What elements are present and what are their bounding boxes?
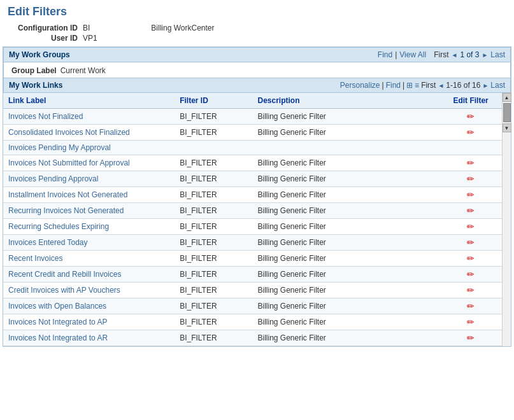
cell-link-label[interactable]: Invoices Pending Approval	[3, 171, 175, 187]
cell-filter-id: BI_FILTER	[175, 155, 252, 171]
table-row: Recurring Schedules ExpiringBI_FILTERBil…	[3, 219, 502, 235]
find-link[interactable]: Find	[378, 50, 392, 59]
work-groups-next[interactable]: ►	[482, 52, 488, 59]
edit-icon[interactable]: ✏	[467, 158, 475, 168]
work-groups-prev[interactable]: ◄	[451, 52, 457, 59]
cell-link-label[interactable]: Invoices Pending My Approval	[3, 141, 175, 155]
user-id-value: VP1	[83, 34, 97, 43]
config-id-label: Configuration ID	[8, 24, 78, 32]
cell-link-label[interactable]: Invoices Not Integrated to AR	[3, 330, 175, 346]
work-groups-last-link[interactable]: Last	[490, 50, 505, 59]
cell-link-label[interactable]: Recent Credit and Rebill Invoices	[3, 267, 175, 283]
work-groups-page-info: 1 of 3	[460, 50, 479, 59]
col-edit-filter: Edit Filter	[439, 93, 502, 109]
cell-filter-id: BI_FILTER	[175, 314, 252, 330]
cell-description: Billing Generic Filter	[253, 109, 440, 125]
mwl-grid-icon[interactable]: ⊞	[406, 81, 413, 90]
cell-edit-filter[interactable]: ✏	[439, 267, 502, 283]
group-label-key: Group Label	[11, 66, 57, 75]
scroll-up-btn[interactable]: ▲	[503, 93, 511, 102]
cell-edit-filter[interactable]: ✏	[439, 187, 502, 203]
cell-filter-id	[175, 141, 252, 155]
cell-description: Billing Generic Filter	[253, 171, 440, 187]
cell-filter-id: BI_FILTER	[175, 283, 252, 298]
cell-filter-id: BI_FILTER	[175, 219, 252, 235]
cell-filter-id: BI_FILTER	[175, 298, 252, 314]
cell-link-label[interactable]: Invoices with Open Balances	[3, 298, 175, 314]
edit-icon[interactable]: ✏	[467, 301, 475, 311]
cell-description: Billing Generic Filter	[253, 235, 440, 251]
cell-edit-filter[interactable]: ✏	[439, 155, 502, 171]
cell-description: Billing Generic Filter	[253, 187, 440, 203]
cell-edit-filter[interactable]: ✏	[439, 330, 502, 346]
cell-filter-id: BI_FILTER	[175, 203, 252, 219]
cell-edit-filter[interactable]: ✏	[439, 314, 502, 330]
cell-edit-filter[interactable]: ✏	[439, 283, 502, 298]
table-row: Invoices Not FinalizedBI_FILTERBilling G…	[3, 109, 502, 125]
group-label-value: Current Work	[61, 66, 106, 75]
edit-icon[interactable]: ✏	[467, 285, 475, 295]
cell-link-label[interactable]: Invoices Not Finalized	[3, 109, 175, 125]
cell-description: Billing Generic Filter	[253, 155, 440, 171]
table-row: Recurring Invoices Not GeneratedBI_FILTE…	[3, 203, 502, 219]
cell-edit-filter[interactable]: ✏	[439, 125, 502, 141]
edit-icon[interactable]: ✏	[467, 333, 475, 343]
edit-icon[interactable]: ✏	[467, 174, 475, 184]
table-row: Recent Credit and Rebill InvoicesBI_FILT…	[3, 267, 502, 283]
cell-filter-id: BI_FILTER	[175, 125, 252, 141]
mwl-list-icon[interactable]: ≡	[415, 81, 419, 90]
edit-icon[interactable]: ✏	[467, 221, 475, 232]
cell-link-label[interactable]: Credit Invoices with AP Vouchers	[3, 283, 175, 298]
cell-description: Billing Generic Filter	[253, 267, 440, 283]
cell-edit-filter	[439, 141, 502, 155]
table-row: Invoices Not Integrated to ARBI_FILTERBi…	[3, 330, 502, 346]
edit-icon[interactable]: ✏	[467, 253, 475, 263]
cell-description: Billing Generic Filter	[253, 219, 440, 235]
mwl-find-link[interactable]: Find	[386, 81, 401, 90]
edit-icon[interactable]: ✏	[467, 127, 475, 137]
edit-icon[interactable]: ✏	[467, 269, 475, 279]
cell-link-label[interactable]: Invoices Not Submitted for Approval	[3, 155, 175, 171]
edit-icon[interactable]: ✏	[467, 237, 475, 248]
personalize-link[interactable]: Personalize	[340, 81, 380, 90]
col-filter-id: Filter ID	[175, 93, 252, 109]
table-row: Recent InvoicesBI_FILTERBilling Generic …	[3, 251, 502, 267]
scrollbar[interactable]: ▲ ▼	[502, 93, 511, 346]
table-row: Invoices Not Integrated to APBI_FILTERBi…	[3, 314, 502, 330]
cell-link-label[interactable]: Recurring Schedules Expiring	[3, 219, 175, 235]
cell-edit-filter[interactable]: ✏	[439, 251, 502, 267]
cell-edit-filter[interactable]: ✏	[439, 109, 502, 125]
cell-link-label[interactable]: Recurring Invoices Not Generated	[3, 203, 175, 219]
cell-edit-filter[interactable]: ✏	[439, 203, 502, 219]
cell-filter-id: BI_FILTER	[175, 267, 252, 283]
edit-icon[interactable]: ✏	[467, 317, 475, 327]
table-row: Installment Invoices Not GeneratedBI_FIL…	[3, 187, 502, 203]
table-row: Consolidated Invoices Not FinalizedBI_FI…	[3, 125, 502, 141]
config-name: Billing WorkCenter	[151, 24, 214, 32]
cell-edit-filter[interactable]: ✏	[439, 235, 502, 251]
cell-link-label[interactable]: Recent Invoices	[3, 251, 175, 267]
edit-icon[interactable]: ✏	[467, 206, 475, 216]
scroll-down-btn[interactable]: ▼	[503, 123, 511, 132]
edit-icon[interactable]: ✏	[467, 190, 475, 200]
cell-description: Billing Generic Filter	[253, 298, 440, 314]
cell-edit-filter[interactable]: ✏	[439, 219, 502, 235]
work-groups-title: My Work Groups	[9, 50, 70, 59]
scroll-thumb[interactable]	[503, 103, 511, 122]
cell-filter-id: BI_FILTER	[175, 109, 252, 125]
table-row: Invoices Pending ApprovalBI_FILTERBillin…	[3, 171, 502, 187]
cell-filter-id: BI_FILTER	[175, 187, 252, 203]
mwl-page-info: 1-16 of 16	[446, 81, 480, 90]
mwl-first-label: First	[421, 81, 436, 90]
cell-link-label[interactable]: Invoices Not Integrated to AP	[3, 314, 175, 330]
edit-icon[interactable]: ✏	[467, 111, 475, 122]
cell-link-label[interactable]: Consolidated Invoices Not Finalized	[3, 125, 175, 141]
mwl-prev[interactable]: ◄	[438, 82, 444, 89]
cell-link-label[interactable]: Installment Invoices Not Generated	[3, 187, 175, 203]
cell-link-label[interactable]: Invoices Entered Today	[3, 235, 175, 251]
mwl-last-link[interactable]: Last	[490, 81, 505, 90]
cell-edit-filter[interactable]: ✏	[439, 298, 502, 314]
mwl-next[interactable]: ►	[482, 82, 489, 89]
cell-edit-filter[interactable]: ✏	[439, 171, 502, 187]
view-all-link[interactable]: View All	[399, 50, 426, 59]
